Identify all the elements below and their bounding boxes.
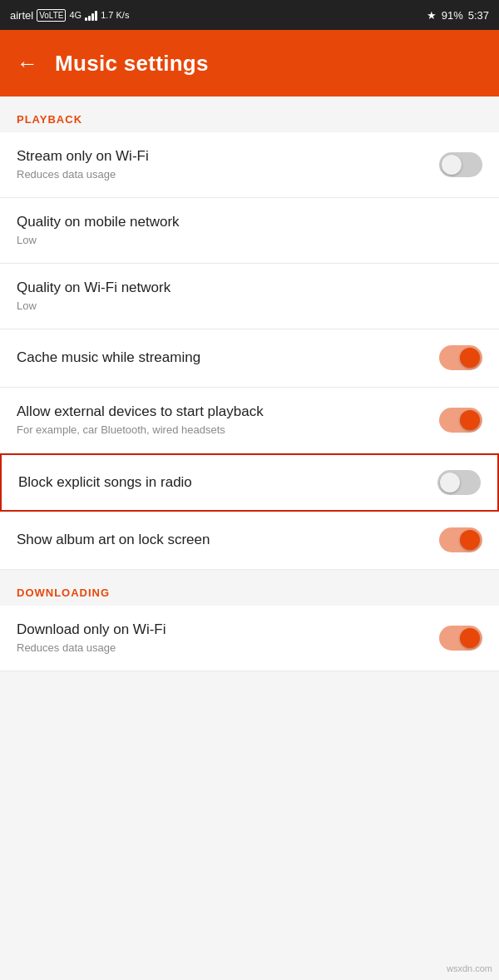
setting-item-stream-wifi[interactable]: Stream only on Wi-FiReduces data usage <box>0 132 499 198</box>
section-header-downloading: DOWNLOADING <box>0 570 499 606</box>
setting-item-album-art[interactable]: Show album art on lock screen <box>0 512 499 570</box>
setting-label-cache-music: Cache music while streaming <box>17 349 426 367</box>
time-label: 5:37 <box>468 9 489 22</box>
setting-label-quality-wifi: Quality on Wi-Fi network <box>17 279 469 297</box>
setting-item-block-explicit[interactable]: Block explicit songs in radio <box>0 453 499 512</box>
setting-sublabel-quality-wifi: Low <box>17 299 469 314</box>
setting-text-download-wifi: Download only on Wi-FiReduces data usage <box>17 621 439 656</box>
page-title: Music settings <box>55 51 209 77</box>
toggle-cache-music[interactable] <box>439 345 482 370</box>
setting-text-external-devices: Allow external devices to start playback… <box>17 403 439 438</box>
setting-label-external-devices: Allow external devices to start playback <box>17 403 426 421</box>
setting-item-external-devices[interactable]: Allow external devices to start playback… <box>0 388 499 453</box>
app-bar: ← Music settings <box>0 30 499 97</box>
setting-sublabel-quality-mobile: Low <box>17 234 469 248</box>
toggle-knob-block-explicit <box>440 473 460 492</box>
setting-item-quality-mobile[interactable]: Quality on mobile networkLow <box>0 198 499 264</box>
toggle-stream-wifi[interactable] <box>439 152 482 177</box>
setting-label-stream-wifi: Stream only on Wi-Fi <box>17 147 426 166</box>
setting-text-stream-wifi: Stream only on Wi-FiReduces data usage <box>17 147 439 182</box>
toggle-album-art[interactable] <box>439 527 482 552</box>
status-left: airtel VoLTE 4G 1.7 K/s <box>10 9 129 22</box>
toggle-block-explicit[interactable] <box>437 470 481 495</box>
setting-label-album-art: Show album art on lock screen <box>17 531 426 549</box>
battery-icon: 91% <box>442 9 463 22</box>
setting-text-album-art: Show album art on lock screen <box>17 531 439 549</box>
setting-item-cache-music[interactable]: Cache music while streaming <box>0 329 499 388</box>
setting-label-download-wifi: Download only on Wi-Fi <box>17 621 426 639</box>
watermark: wsxdn.com <box>447 963 492 973</box>
bluetooth-icon: ★ <box>427 9 437 22</box>
setting-text-quality-mobile: Quality on mobile networkLow <box>17 213 482 248</box>
setting-text-block-explicit: Block explicit songs in radio <box>18 473 437 492</box>
setting-text-quality-wifi: Quality on Wi-Fi networkLow <box>17 279 482 314</box>
settings-list: PLAYBACKStream only on Wi-FiReduces data… <box>0 97 499 671</box>
setting-text-cache-music: Cache music while streaming <box>17 349 439 367</box>
setting-sublabel-external-devices: For example, car Bluetooth, wired headse… <box>17 423 426 438</box>
toggle-knob-stream-wifi <box>442 155 462 175</box>
status-bar: airtel VoLTE 4G 1.7 K/s ★ 91% 5:37 <box>0 0 499 30</box>
network-type: VoLTE <box>37 9 66 22</box>
toggle-external-devices[interactable] <box>439 408 482 433</box>
setting-sublabel-download-wifi: Reduces data usage <box>17 641 426 656</box>
setting-item-download-wifi[interactable]: Download only on Wi-FiReduces data usage <box>0 606 499 671</box>
back-button[interactable]: ← <box>17 52 38 74</box>
toggle-knob-download-wifi <box>460 628 480 648</box>
setting-sublabel-stream-wifi: Reduces data usage <box>17 168 426 182</box>
toggle-download-wifi[interactable] <box>439 626 482 651</box>
signal-bars-icon <box>85 9 97 21</box>
setting-label-quality-mobile: Quality on mobile network <box>17 213 469 231</box>
section-header-playback: PLAYBACK <box>0 97 499 132</box>
speed-label: 1.7 K/s <box>101 10 129 20</box>
toggle-knob-external-devices <box>460 410 480 430</box>
carrier-label: airtel <box>10 9 33 22</box>
setting-item-quality-wifi[interactable]: Quality on Wi-Fi networkLow <box>0 264 499 329</box>
signal-strength: 4G <box>69 10 82 20</box>
setting-label-block-explicit: Block explicit songs in radio <box>18 473 424 492</box>
status-right: ★ 91% 5:37 <box>427 9 489 22</box>
